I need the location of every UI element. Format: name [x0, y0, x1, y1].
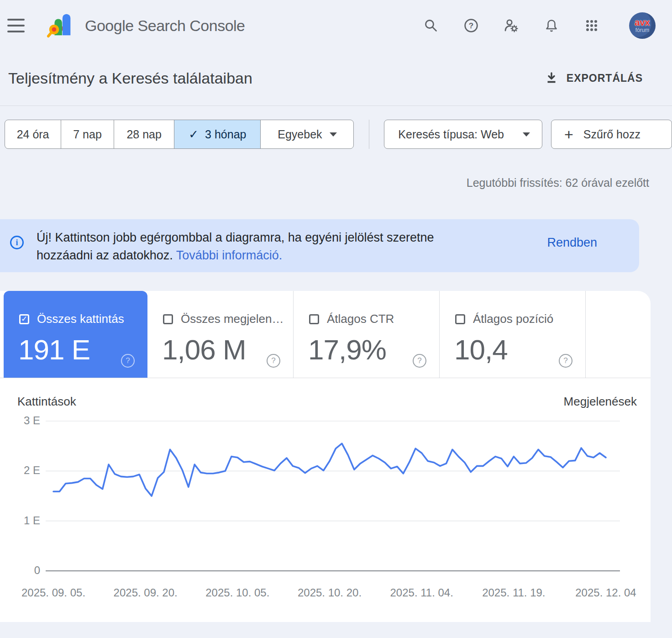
- range-option-label: Egyebek: [278, 128, 322, 141]
- account-avatar[interactable]: avx fórum: [629, 12, 656, 39]
- x-tick-label: 2025. 10. 05.: [192, 586, 283, 599]
- search-type-chip[interactable]: Keresés típusa: Web: [384, 120, 542, 149]
- y-tick-label: 2 E: [12, 464, 40, 477]
- x-tick-label: 2025. 12. 04: [560, 586, 651, 599]
- metric-label: Összes megjelen…: [181, 312, 284, 326]
- chart-plot-area[interactable]: [0, 378, 651, 622]
- range-option-3-hónap[interactable]: ✓3 hónap: [174, 120, 260, 148]
- clicks-series-line: [53, 443, 606, 496]
- metric-label: Összes kattintás: [37, 312, 124, 326]
- metric-card-header: ✓Összes kattintás: [19, 312, 147, 326]
- search-console-performance-page: Google Search Console ?: [0, 0, 672, 638]
- range-option-28-nap[interactable]: 28 nap: [114, 120, 174, 148]
- export-button[interactable]: EXPORTÁLÁS: [545, 72, 643, 85]
- range-option-label: 28 nap: [126, 128, 161, 141]
- metric-card-header: Átlagos CTR: [309, 312, 439, 326]
- metric-card-1[interactable]: Összes megjelen…1,06 M?: [147, 291, 294, 378]
- range-option-egyebek[interactable]: Egyebek: [260, 120, 353, 148]
- page-header: Teljesítmény a Keresés találataiban EXPO…: [0, 51, 672, 106]
- topbar-actions: ?: [424, 12, 656, 39]
- filter-bar: 24 óra7 nap28 nap✓3 hónapEgyebek Keresés…: [0, 120, 672, 149]
- metric-help-icon[interactable]: ?: [121, 354, 135, 368]
- info-icon: i: [10, 236, 24, 249]
- banner-message: Új! Kattintson jobb egérgombbal a diagra…: [37, 229, 475, 264]
- checkbox-unchecked-icon[interactable]: [309, 314, 319, 324]
- add-filter-chip[interactable]: + Szűrő hozz: [551, 120, 672, 149]
- metric-card-2[interactable]: Átlagos CTR17,9%?: [294, 291, 440, 378]
- y-tick-label: 0: [12, 564, 40, 577]
- range-option-label: 24 óra: [17, 128, 49, 141]
- banner-learn-more-link[interactable]: További információ.: [176, 248, 283, 262]
- metric-card-3[interactable]: Átlagos pozíció10,4?: [440, 291, 586, 378]
- metric-card-header: Átlagos pozíció: [455, 312, 585, 326]
- avatar-text-primary: avx: [635, 18, 650, 27]
- banner-dismiss-button[interactable]: Rendben: [547, 236, 597, 250]
- metric-cards-row: ✓Összes kattintás191 E?Összes megjelen…1…: [0, 291, 651, 378]
- metric-label: Átlagos CTR: [327, 312, 394, 326]
- last-update-text: Legutóbbi frissítés: 62 órával ezelőtt: [0, 176, 672, 190]
- x-tick-label: 2025. 09. 20.: [100, 586, 191, 599]
- range-option-label: 7 nap: [73, 128, 102, 141]
- search-icon[interactable]: [424, 18, 438, 33]
- help-icon[interactable]: ?: [464, 18, 478, 33]
- x-tick-label: 2025. 10. 20.: [284, 586, 375, 599]
- chevron-down-icon: [330, 132, 337, 137]
- y-tick-label: 3 E: [12, 414, 40, 427]
- add-filter-label: Szűrő hozz: [583, 128, 640, 141]
- check-icon: ✓: [189, 127, 199, 142]
- metric-help-icon[interactable]: ?: [413, 354, 426, 368]
- download-icon: [545, 72, 558, 85]
- metric-card-0[interactable]: ✓Összes kattintás191 E?: [4, 291, 147, 378]
- range-option-24-óra[interactable]: 24 óra: [5, 120, 61, 148]
- performance-panel: ✓Összes kattintás191 E?Összes megjelen…1…: [0, 291, 651, 622]
- checkbox-unchecked-icon[interactable]: [455, 314, 465, 324]
- metric-help-icon[interactable]: ?: [559, 354, 572, 368]
- app-title: Google Search Console: [85, 17, 245, 35]
- chevron-down-icon: [523, 132, 530, 137]
- x-tick-label: 2025. 09. 05.: [8, 586, 99, 599]
- range-option-label: 3 hónap: [205, 128, 246, 141]
- checkbox-unchecked-icon[interactable]: [163, 314, 173, 324]
- manage-users-icon[interactable]: [504, 18, 519, 33]
- metric-help-icon[interactable]: ?: [267, 354, 280, 368]
- filter-divider: [369, 120, 369, 149]
- notifications-icon[interactable]: [544, 18, 559, 33]
- x-tick-label: 2025. 11. 19.: [468, 586, 559, 599]
- search-type-label: Keresés típusa: Web: [398, 128, 504, 141]
- metric-label: Átlagos pozíció: [473, 312, 553, 326]
- plus-icon: +: [564, 126, 573, 143]
- date-range-segmented: 24 óra7 nap28 nap✓3 hónapEgyebek: [5, 120, 354, 149]
- range-option-7-nap[interactable]: 7 nap: [61, 120, 114, 148]
- export-label: EXPORTÁLÁS: [567, 72, 643, 84]
- top-app-bar: Google Search Console ?: [0, 0, 672, 51]
- checkbox-checked-icon[interactable]: ✓: [19, 314, 29, 324]
- y-tick-label: 1 E: [12, 514, 40, 527]
- svg-text:?: ?: [469, 21, 473, 30]
- menu-icon[interactable]: [7, 17, 25, 34]
- x-tick-label: 2025. 11. 04.: [376, 586, 467, 599]
- metric-card-header: Összes megjelen…: [163, 312, 293, 326]
- avatar-text-secondary: fórum: [635, 27, 650, 33]
- page-title: Teljesítmény a Keresés találataiban: [8, 69, 252, 87]
- search-console-logo-icon[interactable]: [47, 11, 75, 41]
- info-banner: i Új! Kattintson jobb egérgombbal a diag…: [0, 219, 639, 272]
- clicks-chart: Kattintások Megjelenések 01 E2 E3 E2025.…: [0, 378, 651, 622]
- apps-grid-icon[interactable]: [584, 18, 599, 33]
